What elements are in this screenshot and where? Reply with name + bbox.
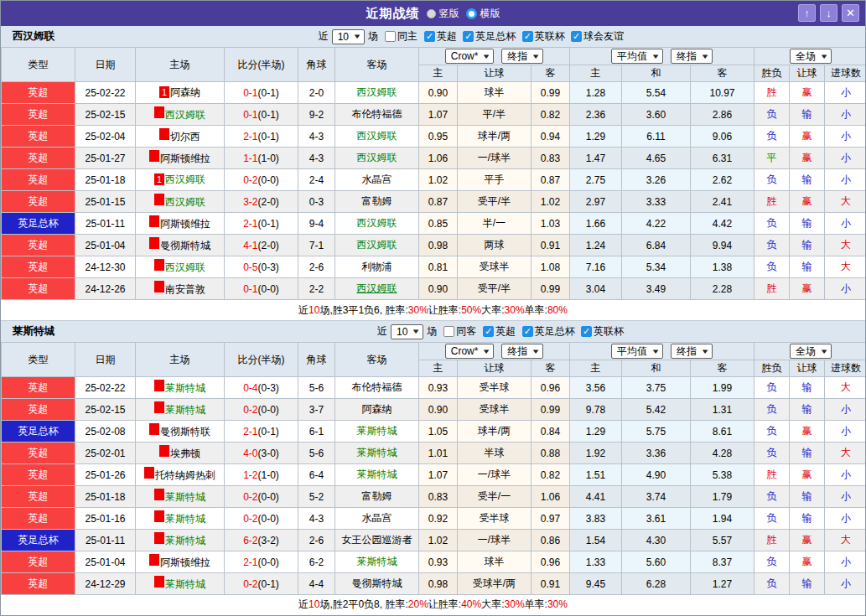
- odds-stage-select[interactable]: 终指▼: [501, 49, 543, 64]
- rank-badge: [149, 554, 159, 566]
- match-count-select[interactable]: 10▼: [332, 29, 365, 44]
- average-stage-select[interactable]: 终指▼: [671, 344, 713, 359]
- home-team-name[interactable]: 西汉姆联: [165, 173, 205, 185]
- odds-company-select[interactable]: Crow*▼: [445, 49, 495, 64]
- away-team-name[interactable]: 莱斯特城: [357, 556, 397, 567]
- league-checkbox[interactable]: [483, 326, 494, 337]
- match-count-select[interactable]: 10▼: [391, 324, 423, 339]
- odds-home-cell: 1.07: [419, 464, 458, 486]
- odds-handicap-cell: 受半球: [458, 508, 532, 530]
- result-handicap-cell: 赢: [790, 82, 825, 104]
- league-checkbox[interactable]: [522, 326, 533, 337]
- away-team-name[interactable]: 富勒姆: [362, 195, 392, 207]
- scope-select[interactable]: 全场▼: [790, 49, 832, 64]
- home-team-name[interactable]: 阿斯顿维拉: [160, 556, 210, 568]
- away-team-name[interactable]: 富勒姆: [362, 490, 392, 502]
- away-team-name[interactable]: 西汉姆联: [357, 152, 397, 163]
- away-team-name[interactable]: 水晶宫: [362, 173, 392, 185]
- home-team-name[interactable]: 切尔西: [170, 131, 200, 142]
- average-select[interactable]: 平均值▼: [611, 49, 663, 64]
- league-checkbox[interactable]: [463, 31, 474, 42]
- chevron-down-icon: ▼: [482, 53, 491, 60]
- league-filter[interactable]: 英超: [483, 324, 516, 339]
- fulltime-score: 0-2: [243, 513, 257, 525]
- same-venue-filter[interactable]: 同主: [385, 29, 417, 44]
- league-filters: 英超 英足总杯 英联杯 球会友谊: [421, 29, 624, 44]
- league-type-cell: 英超: [2, 573, 75, 595]
- league-filter[interactable]: 英联杯: [581, 324, 624, 339]
- move-down-button[interactable]: ↓: [820, 4, 837, 22]
- league-checkbox[interactable]: [424, 31, 435, 42]
- home-team-name[interactable]: 西汉姆联: [165, 261, 205, 273]
- average-group-header: 平均值▼ 终指▼: [570, 48, 755, 65]
- home-team-name[interactable]: 托特纳姆热刺: [155, 469, 215, 481]
- home-team-name[interactable]: 莱斯特城: [165, 491, 205, 503]
- odds-stage-select[interactable]: 终指▼: [501, 344, 543, 359]
- away-team-name[interactable]: 莱斯特城: [357, 447, 397, 458]
- move-up-button[interactable]: ↑: [798, 4, 816, 22]
- home-team-name[interactable]: 莱斯特城: [165, 578, 205, 590]
- rank-badge: [149, 423, 159, 435]
- home-team-name[interactable]: 西汉姆联: [165, 109, 205, 121]
- away-team-name[interactable]: 布伦特福德: [352, 381, 402, 393]
- close-button[interactable]: ✕: [842, 4, 859, 22]
- odds-company-select[interactable]: Crow*▼: [445, 344, 495, 359]
- away-team-name[interactable]: 利物浦: [362, 261, 392, 272]
- fulltime-score: 4-0: [243, 448, 257, 459]
- league-checkbox[interactable]: [571, 31, 582, 42]
- away-team-name[interactable]: 布伦特福德: [352, 108, 402, 120]
- league-type-cell: 英超: [2, 148, 75, 169]
- league-filter[interactable]: 英联杯: [522, 29, 565, 44]
- home-team-name[interactable]: 阿斯顿维拉: [160, 153, 210, 164]
- home-team-name[interactable]: 西汉姆联: [165, 196, 205, 208]
- home-team-name[interactable]: 曼彻斯特城: [160, 240, 210, 251]
- score-cell: 0-2(0-0): [225, 486, 298, 508]
- home-team-name[interactable]: 莱斯特城: [165, 535, 205, 546]
- away-team-name[interactable]: 莱斯特城: [357, 468, 397, 480]
- average-select[interactable]: 平均值▼: [611, 344, 663, 359]
- home-team-name[interactable]: 莱斯特城: [165, 382, 205, 394]
- result-goals-cell: 大: [825, 377, 866, 399]
- layout-radio-vertical[interactable]: 竖版: [427, 7, 459, 21]
- same-venue-checkbox[interactable]: [385, 31, 396, 42]
- away-team-name[interactable]: 西汉姆联: [357, 217, 397, 229]
- away-team-name[interactable]: 曼彻斯特城: [352, 577, 402, 589]
- scope-select[interactable]: 全场▼: [790, 344, 832, 359]
- home-team-name[interactable]: 莱斯特城: [165, 404, 205, 416]
- avg-home-cell: 9.78: [570, 399, 622, 421]
- away-team-name[interactable]: 女王公园巡游者: [342, 534, 412, 546]
- away-team-cell: 曼彻斯特城: [335, 573, 419, 595]
- radio-icon[interactable]: [427, 9, 436, 18]
- fulltime-score: 0-2: [243, 491, 257, 503]
- away-team-name[interactable]: 西汉姆联: [357, 86, 397, 98]
- league-filter[interactable]: 英足总杯: [522, 324, 575, 339]
- league-filter[interactable]: 英足总杯: [463, 29, 516, 44]
- corner-cell: 2-6: [298, 530, 335, 551]
- league-checkbox[interactable]: [522, 31, 533, 42]
- league-checkbox[interactable]: [581, 326, 592, 337]
- league-filter[interactable]: 球会友谊: [571, 29, 624, 44]
- away-team-name[interactable]: 西汉姆联: [357, 130, 397, 142]
- away-team-name[interactable]: 阿森纳: [362, 403, 392, 415]
- away-team-name[interactable]: 西汉姆联: [357, 239, 397, 251]
- home-team-name[interactable]: 南安普敦: [165, 283, 205, 295]
- league-filter[interactable]: 英超: [424, 29, 457, 44]
- away-team-name[interactable]: 莱斯特城: [357, 425, 397, 437]
- date-cell: 25-01-27: [75, 148, 136, 169]
- home-team-name[interactable]: 阿斯顿维拉: [160, 218, 210, 230]
- home-team-name[interactable]: 莱斯特城: [165, 513, 205, 525]
- halftime-score: (0-0): [258, 174, 279, 186]
- same-venue-checkbox[interactable]: [443, 326, 454, 337]
- average-stage-select[interactable]: 终指▼: [671, 49, 713, 64]
- home-team-name[interactable]: 阿森纳: [170, 86, 200, 98]
- avg-home-cell: 2.97: [570, 191, 622, 213]
- home-team-name[interactable]: 曼彻斯特联: [160, 426, 210, 437]
- same-venue-filter[interactable]: 同客: [443, 324, 476, 339]
- radio-icon[interactable]: [466, 8, 477, 19]
- away-team-name[interactable]: 西汉姆联: [357, 282, 397, 294]
- rank-badge: [149, 237, 159, 249]
- home-team-name[interactable]: 埃弗顿: [170, 448, 200, 459]
- layout-radio-horizontal[interactable]: 横版: [466, 7, 500, 21]
- corner-cell: 9-4: [298, 213, 335, 235]
- away-team-name[interactable]: 水晶宫: [362, 512, 392, 524]
